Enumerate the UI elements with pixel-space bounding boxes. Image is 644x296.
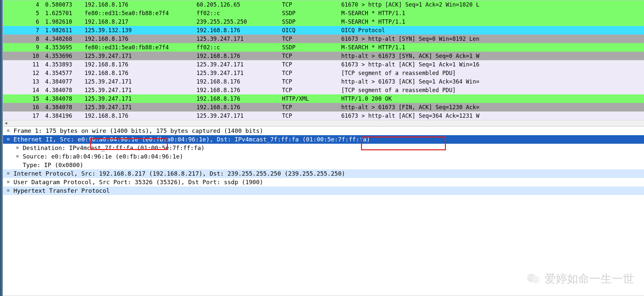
packet-destination: ff02::c	[196, 43, 282, 52]
packet-row[interactable]: 17 4.384196192.168.8.176125.39.247.171TC…	[3, 111, 644, 120]
detail-udp[interactable]: ⊞ User Datagram Protocol, Src Port: 3532…	[3, 178, 644, 186]
packet-row[interactable]: 7 1.982611125.39.132.139192.168.8.176OIC…	[3, 26, 644, 35]
expand-icon[interactable]: ⊞	[3, 145, 23, 151]
packet-destination: 125.39.247.171	[196, 69, 282, 77]
expand-icon[interactable]: ⊞	[3, 188, 13, 193]
packet-row[interactable]: 9 4.353695fe80::ed31:5ea0:fb88:e7f4ff02:…	[3, 43, 644, 52]
packet-time: 1.625701	[42, 9, 85, 17]
packet-source: 192.168.8.176	[85, 111, 196, 120]
packet-protocol: OICQ	[282, 26, 341, 35]
packet-destination: 239.255.255.250	[196, 17, 282, 26]
expand-icon[interactable]: ⊞	[3, 171, 13, 176]
packet-time: 4.354577	[42, 69, 85, 77]
detail-ip[interactable]: ⊞ Internet Protocol, Src: 192.168.8.217 …	[3, 169, 644, 178]
detail-http-text: Hypertext Transfer Protocol	[13, 187, 110, 194]
packet-time: 4.340268	[42, 35, 85, 43]
packet-destination: 125.39.247.171	[196, 111, 282, 120]
packet-no: 14	[3, 86, 42, 94]
expand-icon[interactable]: ⊞	[3, 154, 23, 159]
packet-source: 192.168.8.176	[85, 35, 196, 43]
packet-row[interactable]: 4 0.580073192.168.8.17660.205.126.65TCP6…	[3, 0, 644, 9]
detail-eth-src[interactable]: ⊞ Source: e0:fb:a0:04:96:1e (e0:fb:a0:04…	[3, 152, 644, 161]
watermark-text: 爱婷如命一生一世	[545, 271, 634, 286]
packet-row[interactable]: 10 4.353696125.39.247.171192.168.8.176TC…	[3, 52, 644, 60]
packet-row[interactable]: 6 1.982610192.168.8.217239.255.255.250SS…	[3, 17, 644, 26]
packet-row[interactable]: 16 4.384078125.39.247.171192.168.8.176TC…	[3, 103, 644, 111]
packet-no: 8	[3, 35, 42, 43]
packet-no: 11	[3, 60, 42, 69]
detail-eth-src-text: Source: e0:fb:a0:04:96:1e (e0:fb:a0:04:9…	[23, 153, 183, 160]
packet-protocol: TCP	[282, 52, 341, 60]
packet-no: 13	[3, 77, 42, 86]
packet-info: 61673 > http-alt [ACK] Seq=1 Ack=1 Win=1…	[341, 60, 644, 69]
packet-source: 192.168.8.176	[85, 0, 196, 9]
content-area: 4 0.580073192.168.8.17660.205.126.65TCP6…	[3, 0, 644, 296]
packet-info: http-alt > 61673 [SYN, ACK] Seq=0 Ack=1 …	[341, 52, 644, 60]
packet-time: 4.384077	[42, 77, 85, 86]
scroll-track[interactable]	[9, 120, 644, 126]
packet-protocol: TCP	[282, 0, 341, 9]
packet-info: M-SEARCH * HTTP/1.1	[341, 43, 644, 52]
packet-destination: ff02::c	[196, 9, 282, 17]
packet-no: 10	[3, 52, 42, 60]
packet-source: 192.168.8.176	[85, 60, 196, 69]
packet-row[interactable]: 11 4.353893192.168.8.176125.39.247.171TC…	[3, 60, 644, 69]
detail-http[interactable]: ⊞ Hypertext Transfer Protocol	[3, 186, 644, 195]
packet-row[interactable]: 15 4.384078125.39.247.171192.168.8.176HT…	[3, 94, 644, 103]
packet-info: http-alt > 61673 [FIN, ACK] Seq=1230 Ack…	[341, 103, 644, 111]
packet-time: 4.353893	[42, 60, 85, 69]
horizontal-scrollbar[interactable]: ◀	[3, 120, 644, 126]
packet-info: [TCP segment of a reassembled PDU]	[341, 86, 644, 94]
packet-row[interactable]: 13 4.384077125.39.247.171192.168.8.176TC…	[3, 77, 644, 86]
packet-protocol: TCP	[282, 111, 341, 120]
expand-icon[interactable]: ⊞	[3, 128, 13, 134]
detail-udp-text: User Datagram Protocol, Src Port: 35326 …	[13, 178, 263, 186]
packet-protocol: SSDP	[282, 17, 341, 26]
packet-row[interactable]: 5 1.625701fe80::ed31:5ea0:fb88:e7f4ff02:…	[3, 9, 644, 17]
packet-time: 4.384078	[42, 86, 85, 94]
packet-no: 5	[3, 9, 42, 17]
packet-source: 125.39.247.171	[85, 52, 196, 60]
scroll-left-arrow[interactable]: ◀	[3, 120, 9, 126]
packet-source: 125.39.247.171	[85, 77, 196, 86]
packet-info: HTTP/1.0 200 OK	[341, 94, 644, 103]
detail-eth-dst[interactable]: ⊞ Destination: IPv4mcast_7f:ff:fa (01:00…	[3, 144, 644, 152]
packet-list-table[interactable]: 4 0.580073192.168.8.17660.205.126.65TCP6…	[3, 0, 644, 120]
detail-frame[interactable]: ⊞ Frame 1: 175 bytes on wire (1400 bits)…	[3, 127, 644, 135]
expand-icon[interactable]: ⊞	[3, 180, 13, 185]
packet-protocol: TCP	[282, 35, 341, 43]
packet-time: 4.384078	[42, 94, 85, 103]
packet-time: 0.580073	[42, 0, 85, 9]
packet-info: http-alt > 61673 [ACK] Seq=1 Ack=364 Win…	[341, 77, 644, 86]
packet-time: 1.982610	[42, 17, 85, 26]
detail-ethernet[interactable]: ⊟ Ethernet II, Src: e0:fb:a0:04:96:1e (e…	[3, 135, 644, 144]
packet-destination: 125.39.247.171	[196, 35, 282, 43]
packet-destination: 125.39.247.171	[196, 60, 282, 69]
packet-time: 4.353696	[42, 52, 85, 60]
packet-no: 12	[3, 69, 42, 77]
packet-source: 125.39.247.171	[85, 103, 196, 111]
packet-destination: 192.168.8.176	[196, 26, 282, 35]
packet-protocol: TCP	[282, 69, 341, 77]
wechat-icon	[526, 271, 541, 286]
detail-eth-type[interactable]: Type: IP (0x0800)	[3, 161, 644, 169]
collapse-icon[interactable]: ⊟	[3, 137, 13, 142]
packet-detail-tree[interactable]: ⊞ Frame 1: 175 bytes on wire (1400 bits)…	[3, 126, 644, 195]
detail-ip-text: Internet Protocol, Src: 192.168.8.217 (1…	[13, 170, 345, 177]
packet-destination: 60.205.126.65	[196, 0, 282, 9]
packet-time: 4.353695	[42, 43, 85, 52]
packet-row[interactable]: 12 4.354577192.168.8.176125.39.247.171TC…	[3, 69, 644, 77]
detail-frame-text: Frame 1: 175 bytes on wire (1400 bits), …	[13, 127, 263, 135]
packet-info: 61670 > http [ACK] Seq=1 Ack=2 Win=1020 …	[341, 0, 644, 9]
packet-protocol: TCP	[282, 60, 341, 69]
svg-point-1	[532, 276, 540, 284]
packet-row[interactable]: 8 4.340268192.168.8.176125.39.247.171TCP…	[3, 35, 644, 43]
packet-source: fe80::ed31:5ea0:fb88:e7f4	[85, 43, 196, 52]
detail-eth-type-text: Type: IP (0x0800)	[23, 161, 83, 169]
packet-destination: 192.168.8.176	[196, 103, 282, 111]
packet-info: M-SEARCH * HTTP/1.1	[341, 9, 644, 17]
packet-source: 192.168.8.217	[85, 17, 196, 26]
packet-protocol: HTTP/XML	[282, 94, 341, 103]
packet-row[interactable]: 14 4.384078125.39.247.171192.168.8.176TC…	[3, 86, 644, 94]
svg-point-4	[534, 279, 535, 280]
